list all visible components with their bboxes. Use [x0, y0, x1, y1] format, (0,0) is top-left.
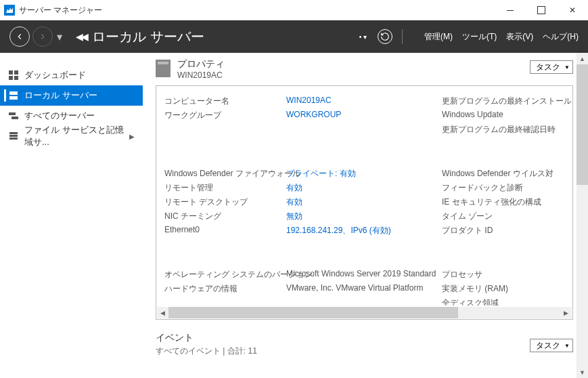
svg-rect-4: [9, 91, 18, 95]
label-nic-teaming: NIC チーミング: [164, 211, 286, 222]
sidebar-item-label: ローカル サーバー: [24, 89, 97, 102]
svg-rect-0: [9, 70, 13, 75]
server-tile-icon: [156, 60, 171, 77]
events-task-dropdown[interactable]: タスク: [530, 339, 573, 352]
label-workgroup: ワークグループ: [164, 110, 286, 121]
sidebar-item-local-server[interactable]: ローカル サーバー: [0, 85, 143, 106]
value-remote-desktop[interactable]: 有効: [286, 196, 442, 208]
svg-rect-9: [9, 135, 18, 137]
maximize-button[interactable]: [526, 0, 557, 20]
svg-rect-3: [14, 76, 18, 80]
label-ie-security: IE セキュリティ強化の構成: [442, 196, 564, 208]
svg-rect-6: [9, 112, 16, 115]
servers-icon: [8, 110, 19, 121]
label-feedback: フィードバックと診断: [442, 182, 564, 194]
properties-panel: コンピューター名 WIN2019AC 更新プログラムの最終インストール ワークグ…: [156, 85, 573, 320]
menu-help[interactable]: ヘルプ(H): [543, 31, 579, 43]
menu-view[interactable]: 表示(V): [506, 31, 533, 43]
menu-tools[interactable]: ツール(T): [462, 31, 497, 43]
label-ethernet: Ethernet0: [164, 225, 286, 236]
sidebar-item-all-servers[interactable]: すべてのサーバー: [0, 106, 143, 126]
svg-rect-1: [14, 70, 18, 75]
close-button[interactable]: [557, 0, 588, 20]
scroll-down-icon[interactable]: ▼: [576, 366, 588, 378]
properties-title: プロパティ: [177, 58, 225, 70]
app-icon: [4, 5, 15, 16]
sidebar-item-dashboard[interactable]: ダッシュボード: [0, 65, 143, 85]
label-processor: プロセッサ: [442, 269, 564, 280]
nav-forward-button[interactable]: [32, 26, 53, 47]
value-firewall[interactable]: プライベート: 有効: [286, 168, 442, 180]
breadcrumb-dropdown[interactable]: • ▾: [355, 33, 367, 41]
label-defender-av: Windows Defender ウイルス対: [442, 168, 564, 180]
svg-rect-10: [9, 138, 18, 140]
scroll-left-icon[interactable]: ◀: [157, 307, 168, 318]
breadcrumb-label: ローカル サーバー: [92, 28, 204, 46]
scroll-thumb[interactable]: [576, 64, 588, 185]
label-disk: 全ディスク領域: [442, 297, 564, 306]
separator: [402, 29, 403, 44]
label-last-update-install: 更新プログラムの最終インストール: [442, 96, 564, 107]
label-windows-update: Windows Update: [442, 110, 564, 121]
titlebar: サーバー マネージャー: [0, 0, 588, 20]
breadcrumb-chevron-icon: ◀◀: [76, 31, 87, 42]
sidebar-item-file-storage[interactable]: ファイル サービスと記憶域サ... ▶: [0, 126, 143, 146]
value-ethernet[interactable]: 192.168.241.29、IPv6 (有効): [286, 225, 442, 236]
scroll-up-icon[interactable]: ▲: [576, 53, 588, 64]
value-workgroup[interactable]: WORKGROUP: [286, 110, 442, 121]
main-v-scrollbar[interactable]: ▲ ▼: [576, 53, 588, 378]
label-os-version: オペレーティング システムのバージョン: [164, 269, 286, 280]
label-computer-name: コンピューター名: [164, 96, 286, 107]
label-last-update-check: 更新プログラムの最終確認日時: [442, 124, 564, 135]
storage-icon: [8, 131, 19, 142]
label-hardware: ハードウェアの情報: [164, 283, 286, 295]
ribbon-menu: 管理(M) ツール(T) 表示(V) ヘルプ(H): [424, 31, 579, 43]
scroll-thumb[interactable]: [168, 307, 458, 318]
main-content: プロパティ WIN2019AC タスク コンピューター名 WIN2019AC 更…: [143, 53, 588, 378]
label-firewall: Windows Defender ファイアウォール: [164, 168, 286, 180]
properties-h-scrollbar[interactable]: ◀ ▶: [157, 307, 572, 318]
events-section: イベント すべてのイベント | 合計: 11 タスク: [156, 332, 573, 357]
svg-rect-2: [9, 76, 13, 80]
label-remote-desktop: リモート デスクトップ: [164, 196, 286, 208]
events-title: イベント: [156, 332, 257, 344]
svg-rect-8: [9, 132, 18, 134]
label-timezone: タイム ゾーン: [442, 211, 564, 222]
svg-rect-5: [9, 96, 18, 100]
value-computer-name[interactable]: WIN2019AC: [286, 96, 442, 107]
minimize-button[interactable]: [495, 0, 526, 20]
breadcrumb[interactable]: ◀◀ ローカル サーバー: [76, 28, 204, 46]
header-ribbon: ▾ ◀◀ ローカル サーバー • ▾ 管理(M) ツール(T) 表示(V) ヘル…: [0, 20, 588, 53]
refresh-button[interactable]: [378, 29, 392, 44]
nav-history-dropdown[interactable]: ▾: [57, 30, 62, 43]
value-remote-mgmt[interactable]: 有効: [286, 182, 442, 194]
sidebar-item-label: ダッシュボード: [24, 69, 86, 81]
label-memory: 実装メモリ (RAM): [442, 283, 564, 295]
server-icon: [8, 90, 19, 101]
value-hardware: VMware, Inc. VMware Virtual Platform: [286, 283, 442, 295]
window-title: サーバー マネージャー: [19, 5, 102, 16]
label-product-id: プロダクト ID: [442, 225, 564, 236]
nav-back-button[interactable]: [9, 26, 30, 47]
sidebar: ダッシュボード ローカル サーバー すべてのサーバー ファイル サービスと記憶域…: [0, 53, 143, 378]
properties-header: プロパティ WIN2019AC タスク: [156, 58, 573, 80]
properties-subtitle: WIN2019AC: [177, 70, 225, 80]
value-os-version: Microsoft Windows Server 2019 Standard: [286, 269, 442, 280]
sidebar-item-label: ファイル サービスと記憶域サ...: [24, 124, 124, 148]
properties-task-dropdown[interactable]: タスク: [530, 60, 573, 74]
svg-rect-7: [12, 117, 18, 119]
label-remote-mgmt: リモート管理: [164, 182, 286, 194]
menu-manage[interactable]: 管理(M): [424, 31, 453, 43]
events-subtitle: すべてのイベント | 合計: 11: [156, 345, 257, 357]
dashboard-icon: [8, 70, 19, 81]
scroll-right-icon[interactable]: ▶: [560, 307, 572, 318]
sidebar-item-label: すべてのサーバー: [24, 110, 95, 122]
chevron-right-icon: ▶: [129, 133, 135, 140]
value-nic-teaming[interactable]: 無効: [286, 211, 442, 222]
